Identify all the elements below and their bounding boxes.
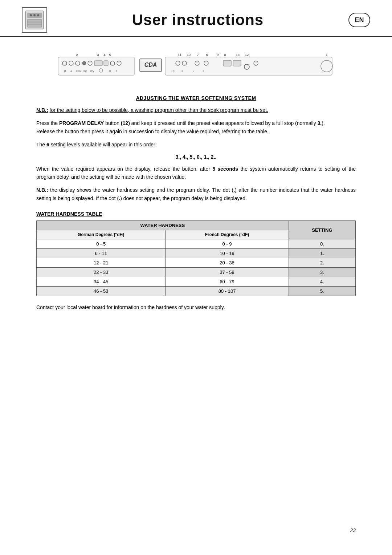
water-hardness-table: WATER HARDNESS SETTING German Degrees (°… bbox=[36, 220, 356, 296]
svg-text:CDA: CDA bbox=[144, 62, 157, 68]
svg-text:≡: ≡ bbox=[203, 70, 204, 72]
nb2-label: N.B.: bbox=[36, 187, 48, 193]
footer-paragraph: Contact your local water board for infor… bbox=[36, 303, 356, 311]
cell-df: 37 - 59 bbox=[166, 268, 289, 277]
cell-df: 20 - 36 bbox=[166, 258, 289, 268]
svg-text:8: 8 bbox=[224, 53, 226, 57]
nb1-paragraph: N.B.: for the setting below to be possib… bbox=[36, 106, 356, 114]
cell-dh: 46 - 53 bbox=[37, 287, 166, 296]
svg-rect-5 bbox=[27, 19, 42, 27]
svg-text:🌡: 🌡 bbox=[70, 69, 73, 73]
para1-bold1: PROGRAM DELAY bbox=[59, 120, 104, 126]
page-number: 23 bbox=[350, 527, 356, 533]
water-hardness-table-section: WATER HARDNESS TABLE WATER HARDNESS SETT… bbox=[36, 211, 356, 296]
table-section-title: WATER HARDNESS TABLE bbox=[36, 211, 356, 217]
appliance-diagram: 2 3 4 5 ⚙ 🌡 Eco Bio Dry ⚙ ☀ bbox=[0, 44, 392, 92]
cell-setting: 3. bbox=[289, 268, 355, 277]
table-header-merged: WATER HARDNESS bbox=[37, 221, 289, 230]
svg-text:Dry: Dry bbox=[90, 70, 94, 73]
table-body: 0 - 50 - 90.6 - 1110 - 191.12 - 2120 - 3… bbox=[37, 239, 356, 296]
cell-setting: 1. bbox=[289, 249, 355, 258]
svg-text:5: 5 bbox=[109, 53, 111, 57]
svg-text:9: 9 bbox=[217, 53, 219, 57]
cell-setting: 0. bbox=[289, 239, 355, 249]
svg-text:7: 7 bbox=[197, 53, 199, 57]
cell-df: 0 - 9 bbox=[166, 239, 289, 249]
svg-text:Bio: Bio bbox=[83, 70, 87, 72]
cell-df: 80 - 107 bbox=[166, 287, 289, 296]
page-header: User instructions EN bbox=[0, 0, 392, 37]
para1-bold2: (12) bbox=[121, 120, 130, 126]
para3: When the value required appears on the d… bbox=[36, 165, 356, 181]
svg-text:3: 3 bbox=[97, 53, 99, 57]
svg-point-4 bbox=[37, 14, 39, 16]
svg-point-2 bbox=[30, 14, 32, 16]
svg-text:⚙: ⚙ bbox=[64, 69, 66, 73]
cell-df: 60 - 79 bbox=[166, 277, 289, 287]
svg-rect-19 bbox=[94, 61, 102, 66]
table-row: 12 - 2120 - 362. bbox=[37, 258, 356, 268]
para2-bold6: 6 bbox=[46, 142, 49, 147]
svg-text:⚙: ⚙ bbox=[172, 70, 175, 72]
page-container: User instructions EN 2 3 4 5 bbox=[0, 0, 392, 555]
svg-rect-20 bbox=[104, 61, 108, 66]
svg-text:☀: ☀ bbox=[115, 70, 118, 72]
svg-text:1: 1 bbox=[326, 53, 327, 57]
svg-text:6: 6 bbox=[206, 53, 208, 57]
svg-text:10: 10 bbox=[187, 53, 191, 57]
cell-df: 10 - 19 bbox=[166, 249, 289, 258]
table-row: 22 - 3337 - 593. bbox=[37, 268, 356, 277]
para1: Press the PROGRAM DELAY button (12) and … bbox=[36, 119, 356, 135]
nb1-label: N.B.: bbox=[36, 107, 48, 113]
cell-dh: 22 - 33 bbox=[37, 268, 166, 277]
cell-setting: 2. bbox=[289, 258, 355, 268]
svg-text:⚙: ⚙ bbox=[109, 70, 111, 72]
cell-dh: 34 - 45 bbox=[37, 277, 166, 287]
svg-text:12: 12 bbox=[245, 53, 249, 57]
svg-point-17 bbox=[82, 61, 86, 65]
svg-point-3 bbox=[33, 14, 36, 16]
nb2-dot1: . bbox=[233, 187, 235, 193]
seq-text: 3., 4., 5., 0., 1., 2.. bbox=[176, 154, 217, 160]
table-row: 0 - 50 - 90. bbox=[37, 239, 356, 249]
nb2-dot2: . bbox=[119, 195, 120, 201]
cell-setting: 4. bbox=[289, 277, 355, 287]
control-panel-svg: 2 3 4 5 ⚙ 🌡 Eco Bio Dry ⚙ ☀ bbox=[58, 52, 334, 81]
brand-logo bbox=[22, 7, 47, 33]
svg-rect-33 bbox=[165, 57, 332, 75]
svg-text:4: 4 bbox=[103, 53, 105, 57]
cell-setting: 5. bbox=[289, 287, 355, 296]
section-title-softening: ADJUSTING THE WATER SOFTENING SYSTEM bbox=[36, 95, 356, 101]
table-header-setting: SETTING bbox=[289, 221, 355, 239]
para3-bold5: 5 seconds bbox=[212, 166, 238, 172]
svg-text:♪: ♪ bbox=[193, 70, 195, 72]
cell-dh: 0 - 5 bbox=[37, 239, 166, 249]
table-header-dh: German Degrees (°dH) bbox=[37, 230, 166, 239]
order-sequence: 3., 4., 5., 0., 1., 2.. bbox=[36, 154, 356, 160]
svg-text:2: 2 bbox=[76, 53, 78, 57]
nb1-text: for the setting below to be possible, a … bbox=[50, 107, 268, 113]
svg-rect-51 bbox=[223, 60, 231, 66]
svg-rect-52 bbox=[233, 60, 241, 66]
main-content: ADJUSTING THE WATER SOFTENING SYSTEM N.B… bbox=[0, 92, 392, 331]
cell-dh: 12 - 21 bbox=[37, 258, 166, 268]
cell-dh: 6 - 11 bbox=[37, 249, 166, 258]
table-row: 46 - 5380 - 1075. bbox=[37, 287, 356, 296]
language-badge: EN bbox=[348, 13, 370, 27]
page-title: User instructions bbox=[47, 11, 348, 29]
svg-text:Eco: Eco bbox=[76, 70, 81, 72]
svg-text:11: 11 bbox=[178, 53, 181, 57]
para1-bold3: 3. bbox=[318, 120, 322, 126]
language-badge-text: EN bbox=[355, 16, 364, 24]
table-header-df: French Degrees (°dF) bbox=[166, 230, 289, 239]
svg-text:13: 13 bbox=[236, 53, 240, 57]
nb2-paragraph: N.B.: the display shows the water hardne… bbox=[36, 186, 356, 202]
table-row: 34 - 4560 - 794. bbox=[37, 277, 356, 287]
table-row: 6 - 1110 - 191. bbox=[37, 249, 356, 258]
svg-text:≡: ≡ bbox=[181, 70, 183, 72]
para2-prefix: The 6 setting levels available will appe… bbox=[36, 141, 356, 149]
